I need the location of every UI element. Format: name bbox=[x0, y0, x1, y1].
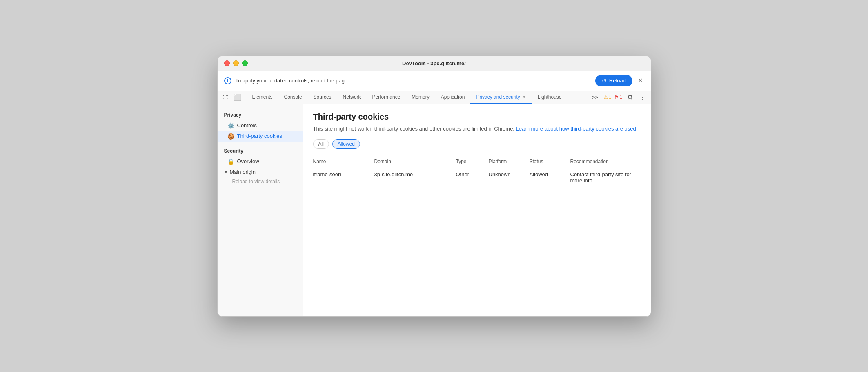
tab-console[interactable]: Console bbox=[278, 91, 308, 104]
reload-button[interactable]: ↺ Reload bbox=[595, 75, 632, 86]
reload-banner: i To apply your updated controls, reload… bbox=[218, 71, 651, 91]
content-area: Third-party cookies This site might not … bbox=[303, 104, 651, 316]
tabs-bar: ⬚ ⬜ Elements Console Sources Network Per… bbox=[218, 91, 651, 104]
sidebar-reload-to-view: Reload to view details bbox=[218, 177, 303, 186]
cell-platform: Unknown bbox=[489, 168, 530, 187]
sidebar-privacy-section: Privacy bbox=[218, 111, 303, 120]
tab-close-button[interactable]: × bbox=[522, 95, 526, 100]
gear-icon: ⚙️ bbox=[227, 122, 234, 129]
banner-text: To apply your updated controls, reload t… bbox=[236, 78, 591, 84]
filter-all-button[interactable]: All bbox=[313, 139, 329, 149]
sidebar-item-main-origin[interactable]: ▼ Main origin bbox=[218, 167, 303, 177]
tabs-more-button[interactable]: >> bbox=[590, 93, 601, 102]
cell-domain: 3p-site.glitch.me bbox=[374, 168, 456, 187]
more-options-button[interactable]: ⋮ bbox=[638, 92, 648, 103]
sidebar-item-overview-label: Overview bbox=[237, 158, 259, 164]
sidebar-security-section: Security bbox=[218, 146, 303, 155]
banner-close-button[interactable]: × bbox=[637, 76, 644, 85]
warning-badge: ⚠ 1 bbox=[604, 95, 611, 100]
page-description: This site might not work if third-party … bbox=[313, 125, 641, 133]
cell-recommendation: Contact third-party site for more info bbox=[570, 168, 641, 187]
tab-sources[interactable]: Sources bbox=[308, 91, 337, 104]
tab-application[interactable]: Application bbox=[435, 91, 471, 104]
cell-status: Allowed bbox=[530, 168, 570, 187]
sidebar-item-cookies-label: Third-party cookies bbox=[237, 133, 283, 139]
cell-type: Other bbox=[456, 168, 489, 187]
cookie-icon: 🍪 bbox=[227, 133, 234, 140]
cursor-icon-button[interactable]: ⬚ bbox=[221, 91, 230, 104]
maximize-button[interactable] bbox=[242, 60, 248, 66]
col-header-domain: Domain bbox=[374, 155, 456, 168]
table-row[interactable]: iframe-seen 3p-site.glitch.me Other Unkn… bbox=[313, 168, 641, 187]
minimize-button[interactable] bbox=[233, 60, 239, 66]
info-icon: i bbox=[224, 77, 231, 84]
tab-elements[interactable]: Elements bbox=[247, 91, 278, 104]
tab-memory[interactable]: Memory bbox=[406, 91, 435, 104]
col-header-name: Name bbox=[313, 155, 374, 168]
devtools-window: DevTools - 3pc.glitch.me/ i To apply you… bbox=[217, 56, 651, 317]
table-header-row: Name Domain Type Platform Status Recomme… bbox=[313, 155, 641, 168]
col-header-platform: Platform bbox=[489, 155, 530, 168]
close-button[interactable] bbox=[224, 60, 230, 66]
settings-button[interactable]: ⚙ bbox=[625, 92, 634, 103]
chevron-down-icon: ▼ bbox=[224, 170, 228, 174]
sidebar-main-origin-label: Main origin bbox=[229, 169, 256, 175]
tab-network[interactable]: Network bbox=[337, 91, 367, 104]
traffic-lights bbox=[224, 60, 248, 66]
sidebar: Privacy ⚙️ Controls 🍪 Third-party cookie… bbox=[218, 104, 303, 316]
col-header-status: Status bbox=[530, 155, 570, 168]
error-badge: ⚑ 1 bbox=[614, 95, 622, 100]
warning-triangle-icon: ⚠ bbox=[604, 95, 608, 100]
page-title: Third-party cookies bbox=[313, 112, 641, 122]
tab-performance[interactable]: Performance bbox=[367, 91, 406, 104]
reload-button-label: Reload bbox=[609, 78, 626, 84]
main-area: Privacy ⚙️ Controls 🍪 Third-party cookie… bbox=[218, 104, 651, 316]
col-header-type: Type bbox=[456, 155, 489, 168]
filter-allowed-button[interactable]: Allowed bbox=[332, 139, 360, 149]
window-title: DevTools - 3pc.glitch.me/ bbox=[402, 60, 466, 66]
device-icon-button[interactable]: ⬜ bbox=[232, 91, 243, 104]
reload-icon: ↺ bbox=[602, 78, 607, 84]
error-count: 1 bbox=[619, 95, 622, 100]
tabs-right-controls: >> ⚠ 1 ⚑ 1 ⚙ ⋮ bbox=[590, 92, 647, 103]
error-flag-icon: ⚑ bbox=[614, 95, 619, 100]
page-description-text: This site might not work if third-party … bbox=[313, 126, 514, 132]
warning-count: 1 bbox=[609, 95, 611, 100]
sidebar-item-controls[interactable]: ⚙️ Controls bbox=[218, 120, 303, 131]
sidebar-item-third-party-cookies[interactable]: 🍪 Third-party cookies bbox=[218, 131, 303, 142]
sidebar-item-controls-label: Controls bbox=[237, 122, 257, 128]
learn-more-link[interactable]: Learn more about how third-party cookies… bbox=[516, 126, 636, 132]
tab-privacy-security-label: Privacy and security bbox=[476, 94, 520, 100]
lock-icon: 🔒 bbox=[227, 158, 234, 165]
tab-lighthouse[interactable]: Lighthouse bbox=[532, 91, 568, 104]
cell-name: iframe-seen bbox=[313, 168, 374, 187]
col-header-recommendation: Recommendation bbox=[570, 155, 641, 168]
filter-row: All Allowed bbox=[313, 139, 641, 149]
cookies-table: Name Domain Type Platform Status Recomme… bbox=[313, 155, 641, 187]
tab-privacy-and-security[interactable]: Privacy and security × bbox=[470, 91, 532, 104]
sidebar-item-overview[interactable]: 🔒 Overview bbox=[218, 156, 303, 167]
titlebar: DevTools - 3pc.glitch.me/ bbox=[218, 56, 651, 71]
devtools-icon-group: ⬚ ⬜ bbox=[221, 91, 243, 104]
